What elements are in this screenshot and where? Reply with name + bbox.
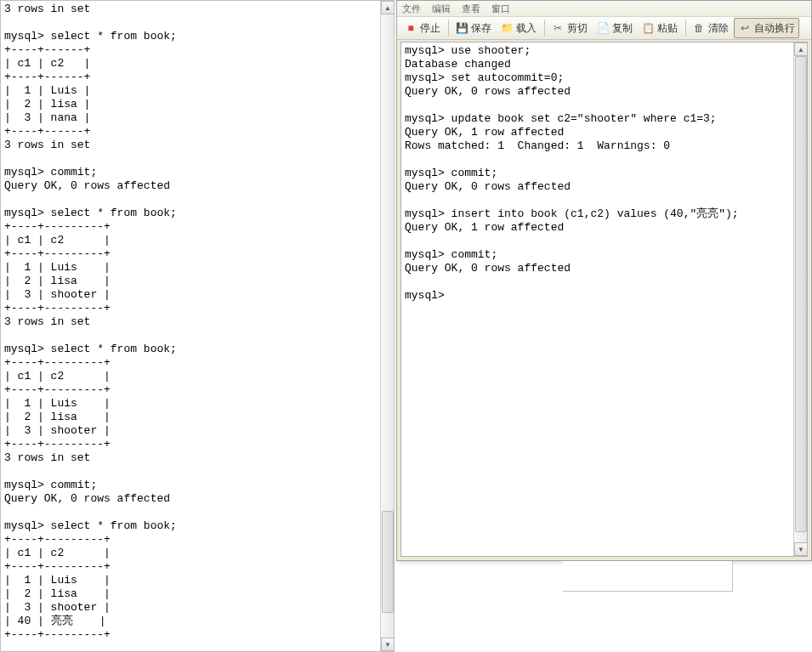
menu-window[interactable]: 窗口 xyxy=(491,3,510,14)
wrap-toggle[interactable]: ↩ 自动换行 xyxy=(734,18,799,38)
load-button[interactable]: 📁 载入 xyxy=(497,19,540,37)
right-terminal-window: 文件 编辑 查看 窗口 ■ 停止 💾 保存 📁 载入 ✂ 剪切 xyxy=(396,0,812,561)
right-terminal-viewport[interactable]: mysql> use shooter; Database changed mys… xyxy=(401,43,793,556)
clipboard-icon: 📋 xyxy=(641,21,655,35)
load-label: 载入 xyxy=(516,21,537,36)
scroll-up-icon[interactable]: ▲ xyxy=(381,1,395,14)
stop-button[interactable]: ■ 停止 xyxy=(400,19,444,37)
clear-label: 清除 xyxy=(708,21,729,36)
menu-edit[interactable]: 编辑 xyxy=(432,3,451,14)
toolbar-separator xyxy=(685,20,686,37)
toolbar-separator xyxy=(544,20,545,37)
scroll-thumb[interactable] xyxy=(795,56,807,532)
copy-label: 复制 xyxy=(612,21,633,36)
wrap-icon: ↩ xyxy=(738,21,752,35)
left-terminal-window: 3 rows in set mysql> select * from book;… xyxy=(0,0,395,652)
folder-icon: 📁 xyxy=(500,21,514,35)
clear-button[interactable]: 🗑 清除 xyxy=(689,19,732,37)
cut-button[interactable]: ✂ 剪切 xyxy=(548,19,591,37)
trash-icon: 🗑 xyxy=(692,21,706,35)
toolbar-separator xyxy=(448,20,449,37)
right-scrollbar[interactable]: ▲ ▼ xyxy=(793,43,807,556)
paste-label: 粘贴 xyxy=(657,21,678,36)
copy-icon: 📄 xyxy=(596,21,610,35)
toolbar: ■ 停止 💾 保存 📁 载入 ✂ 剪切 📄 复制 📋 xyxy=(397,17,811,40)
save-icon: 💾 xyxy=(455,21,468,35)
stop-icon: ■ xyxy=(404,21,417,35)
copy-button[interactable]: 📄 复制 xyxy=(593,19,636,37)
left-scrollbar[interactable]: ▲ ▼ xyxy=(380,1,394,651)
right-terminal-panel: mysql> use shooter; Database changed mys… xyxy=(400,42,808,557)
left-terminal-viewport[interactable]: 3 rows in set mysql> select * from book;… xyxy=(1,1,380,651)
menubar: 文件 编辑 查看 窗口 xyxy=(397,1,811,17)
scroll-down-icon[interactable]: ▼ xyxy=(381,638,395,651)
menu-view[interactable]: 查看 xyxy=(462,3,480,14)
paste-button[interactable]: 📋 粘贴 xyxy=(638,19,681,37)
scissors-icon: ✂ xyxy=(551,21,565,35)
scroll-up-icon[interactable]: ▲ xyxy=(794,43,808,56)
scroll-down-icon[interactable]: ▼ xyxy=(794,542,808,556)
menu-file[interactable]: 文件 xyxy=(402,3,421,14)
wrap-label: 自动换行 xyxy=(754,21,795,36)
left-terminal-output: 3 rows in set mysql> select * from book;… xyxy=(1,1,380,643)
right-terminal-output: mysql> use shooter; Database changed mys… xyxy=(401,43,793,304)
save-label: 保存 xyxy=(471,21,491,36)
scroll-thumb[interactable] xyxy=(382,511,394,613)
save-button[interactable]: 💾 保存 xyxy=(451,19,495,37)
stop-label: 停止 xyxy=(420,21,440,36)
panel-fragment xyxy=(563,561,733,592)
cut-label: 剪切 xyxy=(567,21,588,36)
